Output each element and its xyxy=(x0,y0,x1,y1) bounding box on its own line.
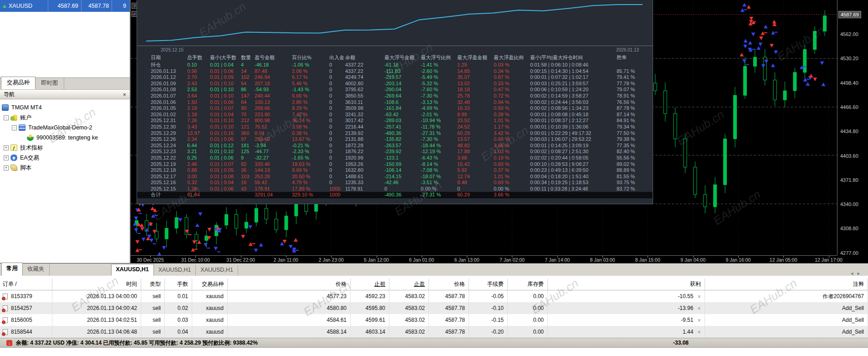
orders-header-cell[interactable]: 价格 xyxy=(429,279,469,290)
account-icon xyxy=(27,134,34,141)
tab-scroll-arrows[interactable]: ◄► xyxy=(850,271,868,276)
chart-tab[interactable]: XAUUSD,H1 xyxy=(154,265,196,276)
order-row[interactable]: 81542572026.01.13 04:00:42sell0.02xauusd… xyxy=(0,302,868,314)
market-watch-symbol-row[interactable]: XAUUSD 4587.69 4587.78 9 xyxy=(0,0,130,12)
time-axis-label: 12 Jan 17:00 xyxy=(815,257,842,263)
current-price-box: 4587.69 xyxy=(838,11,861,18)
time-axis-label: 7 Jan 02:00 xyxy=(500,257,525,263)
price-axis-label: 4562.00 xyxy=(840,31,858,37)
ea-stats-panel: 2025.12.15 2026.01.13 日期总手数最小|大手数数量盈亏金额百… xyxy=(137,0,653,204)
stats-row: 2025.12.303.430.01 | 0.1012176.523.58 %0… xyxy=(137,124,653,130)
sidebar-item-accounts[interactable]: -账户 xyxy=(0,113,130,123)
time-axis-label: 7 Jan 14:00 xyxy=(545,257,570,263)
time-axis-label: 8 Jan 03:00 xyxy=(590,257,615,263)
navigator-tree: TMGM MT4-账户-TradeMaxGlobal-Demo-29900035… xyxy=(0,100,130,262)
floating-profit-total: -33.08 xyxy=(661,340,689,346)
orders-header-cell[interactable]: 订单 / xyxy=(0,279,52,290)
ask-price: 4587.78 xyxy=(82,0,112,12)
tree-item-label: EA交易 xyxy=(20,154,39,162)
order-row[interactable]: 81560052026.01.13 04:02:51sell0.03xauusd… xyxy=(0,314,868,326)
market-watch-tab-inactive[interactable]: 即时图 xyxy=(36,77,64,89)
time-axis-label: 8 Jan 15:00 xyxy=(635,257,660,263)
market-watch-body xyxy=(0,12,130,77)
stats-row: 2025.12.2913.970.01 | 0.163608.040.38 %0… xyxy=(137,130,653,137)
experts-icon xyxy=(10,155,17,161)
chart-tab[interactable]: XAUUSD,H1 xyxy=(196,265,238,276)
terminal-tab[interactable]: 收藏夹 xyxy=(23,263,50,276)
price-axis-label: 4371.80 xyxy=(840,177,858,183)
time-axis-label: 31 Dec 10:00 xyxy=(181,257,209,263)
price-axis-label: 4340.00 xyxy=(840,201,858,207)
equity-curve-chart xyxy=(137,0,653,46)
market-watch-tab-active[interactable]: 交易品种 xyxy=(1,77,36,89)
navigator-titlebar: 导航 × xyxy=(0,89,130,99)
time-axis-label: 9 Jan 16:00 xyxy=(725,257,751,263)
tree-expander-icon[interactable]: - xyxy=(12,125,17,130)
close-icon[interactable]: × xyxy=(123,92,126,98)
sidebar-item-indicators[interactable]: +ƒ技术指标 xyxy=(0,143,130,153)
terminal-tab[interactable]: 常用 xyxy=(1,263,23,276)
orders-header-cell[interactable]: 手续费 xyxy=(469,279,508,290)
order-row[interactable]: 81585442026.01.13 04:06:48sell0.04xauusd… xyxy=(0,326,868,338)
orders-header-cell[interactable]: 止损 xyxy=(351,279,389,290)
market-watch-tabs: 交易品种即时图 xyxy=(0,77,130,89)
time-axis-label: 2 Jan 23:00 xyxy=(319,257,344,263)
stats-table-rows: 持仓0.100.01 | 0.044-46.18-1.06 %04337.22-… xyxy=(137,62,653,198)
close-order-icon[interactable]: × xyxy=(697,317,701,324)
orders-header-cell[interactable]: 手数 xyxy=(165,279,192,290)
tree-item-label: 脚本 xyxy=(20,164,31,172)
equity-end-date: 2026.01.13 xyxy=(616,47,639,52)
price-axis-label: 4530.20 xyxy=(840,56,858,61)
tree-expander-icon[interactable]: - xyxy=(4,115,9,120)
price-axis-label: 4498.40 xyxy=(840,80,858,86)
tree-expander-icon[interactable]: + xyxy=(4,155,9,160)
stats-row: 2025.12.151.260.01 | 0.0643178.9117.89 %… xyxy=(137,186,653,192)
indicators-icon: ƒ xyxy=(10,144,17,151)
order-row[interactable]: 81533792026.01.13 04:00:00sell0.01xauusd… xyxy=(0,290,868,302)
stats-row: 2025.12.173.000.01 | 0.08103253.2820.50 … xyxy=(137,174,653,180)
tree-expander-icon[interactable]: + xyxy=(4,145,9,150)
order-doc-icon xyxy=(3,329,8,335)
price-up-icon xyxy=(3,5,6,8)
price-axis[interactable]: 4587.69 4562.004530.204498.404466.604434… xyxy=(837,0,868,255)
spread-value: 9 xyxy=(112,0,130,12)
orders-header-cell[interactable]: 库存费 xyxy=(508,279,548,290)
sidebar-item-scripts[interactable]: +脚本 xyxy=(0,163,130,173)
sidebar-item-platform[interactable]: TMGM MT4 xyxy=(0,103,130,113)
symbol-name: XAUUSD xyxy=(9,3,32,9)
orders-header-cell[interactable]: 类型 xyxy=(141,279,165,290)
order-doc-icon xyxy=(3,294,8,299)
chart-tab[interactable]: XAUUSD,H1 xyxy=(111,264,154,276)
stats-row: 2025.12.233.210.01 | 0.10125-44.77-2.33 … xyxy=(137,149,653,155)
stats-row: 2026.01.130.560.01 | 0.061487.482.06 %04… xyxy=(137,68,653,75)
tree-item-label: 账户 xyxy=(20,114,31,122)
orders-header-cell[interactable]: 注释 xyxy=(705,279,868,290)
orders-header-cell[interactable]: 获利 xyxy=(548,279,705,290)
scripts-icon xyxy=(10,165,17,171)
time-axis[interactable]: 30 Dec 202531 Dec 10:0031 Dec 22:002 Jan… xyxy=(131,255,837,263)
sidebar-item-account[interactable]: 990003589: tengteng ke xyxy=(0,133,130,143)
chart-area[interactable]: ? ✓ 2025.12.15 2026.01.13 日期总手数最小|大手数数量盈… xyxy=(131,0,868,263)
orders-header-cell[interactable]: 时间 xyxy=(52,279,141,290)
mt4-window: XAUUSD 4587.69 4587.78 9 交易品种即时图 导航 × TM… xyxy=(0,0,868,356)
stats-row: 2025.12.246.440.01 | 0.12181-3.94-0.21 %… xyxy=(137,143,653,149)
tree-expander-icon[interactable]: + xyxy=(4,165,9,170)
sidebar-item-server[interactable]: -TradeMaxGlobal-Demo-2 xyxy=(0,123,130,133)
close-order-icon[interactable]: × xyxy=(697,305,701,312)
sidebar: XAUUSD 4587.69 4587.78 9 交易品种即时图 导航 × TM… xyxy=(0,0,131,263)
sidebar-item-experts[interactable]: +EA交易 xyxy=(0,153,130,163)
price-axis-label: 4403.60 xyxy=(840,153,858,159)
close-order-icon[interactable]: × xyxy=(697,329,701,335)
order-doc-icon xyxy=(3,305,8,311)
orders-header-cell[interactable]: 价格 xyxy=(228,279,351,290)
orders-header-cell[interactable]: 止盈 xyxy=(389,279,429,290)
account-summary-text: 余额: 4 337.22 USD 净值: 4 304.14 已用预付款: 45.… xyxy=(16,339,258,347)
stats-row: 2025.12.180.880.01 | 0.0536144.199.69 %0… xyxy=(137,167,653,174)
stats-row: 2025.12.192.460.01 | 0.0782320.4619.63 %… xyxy=(137,161,653,168)
orders-header-cell[interactable]: 交易品种 xyxy=(192,279,228,290)
close-order-icon[interactable]: × xyxy=(697,293,701,300)
bid-price: 4587.69 xyxy=(48,0,81,12)
platform-icon xyxy=(2,104,9,111)
tree-item-label: TMGM MT4 xyxy=(11,104,42,111)
stats-row: 2026.01.122.700.01 | 0.09102246.946.17 %… xyxy=(137,74,653,81)
